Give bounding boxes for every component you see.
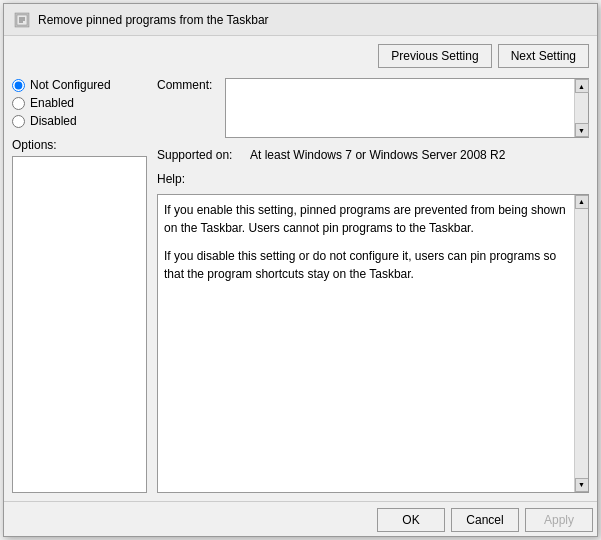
help-box: If you enable this setting, pinned progr… [157,194,589,493]
radio-enabled-label: Enabled [30,96,74,110]
title-bar: Remove pinned programs from the Taskbar [4,4,597,36]
comment-section: Comment: ▲ ▼ [157,78,589,138]
policy-icon [14,12,30,28]
comment-scrollbar[interactable]: ▲ ▼ [574,79,588,137]
options-box [12,156,147,493]
radio-enabled[interactable]: Enabled [12,96,147,110]
previous-setting-button[interactable]: Previous Setting [378,44,491,68]
help-scroll-track [575,209,588,478]
next-setting-button[interactable]: Next Setting [498,44,589,68]
comment-box[interactable]: ▲ ▼ [225,78,589,138]
help-label: Help: [157,172,589,186]
content-area: Previous Setting Next Setting Not Config… [4,36,597,501]
scroll-track [575,93,588,123]
supported-label: Supported on: [157,148,242,162]
radio-enabled-input[interactable] [12,97,25,110]
ok-button[interactable]: OK [377,508,445,532]
help-paragraph-1: If you enable this setting, pinned progr… [164,201,570,237]
help-paragraph-2: If you disable this setting or do not co… [164,247,570,283]
comment-label: Comment: [157,78,217,138]
radio-disabled[interactable]: Disabled [12,114,147,128]
radio-group: Not Configured Enabled Disabled [12,78,147,128]
radio-not-configured[interactable]: Not Configured [12,78,147,92]
radio-disabled-label: Disabled [30,114,77,128]
left-panel: Not Configured Enabled Disabled Options: [12,78,147,493]
supported-section: Supported on: At least Windows 7 or Wind… [157,148,589,162]
top-buttons: Previous Setting Next Setting [12,44,589,68]
help-scroll-down-arrow[interactable]: ▼ [575,478,589,492]
right-panel: Comment: ▲ ▼ Supported on: At least Wind… [157,78,589,493]
cancel-button[interactable]: Cancel [451,508,519,532]
apply-button[interactable]: Apply [525,508,593,532]
main-content: Not Configured Enabled Disabled Options: [12,78,589,493]
options-label: Options: [12,138,147,152]
help-scrollbar[interactable]: ▲ ▼ [574,195,588,492]
help-scroll-up-arrow[interactable]: ▲ [575,195,589,209]
dialog-title: Remove pinned programs from the Taskbar [38,13,587,27]
scroll-down-arrow[interactable]: ▼ [575,123,589,137]
supported-value: At least Windows 7 or Windows Server 200… [250,148,505,162]
bottom-buttons: OK Cancel Apply [4,501,597,536]
radio-disabled-input[interactable] [12,115,25,128]
policy-dialog: Remove pinned programs from the Taskbar … [3,3,598,537]
scroll-up-arrow[interactable]: ▲ [575,79,589,93]
radio-not-configured-input[interactable] [12,79,25,92]
radio-not-configured-label: Not Configured [30,78,111,92]
